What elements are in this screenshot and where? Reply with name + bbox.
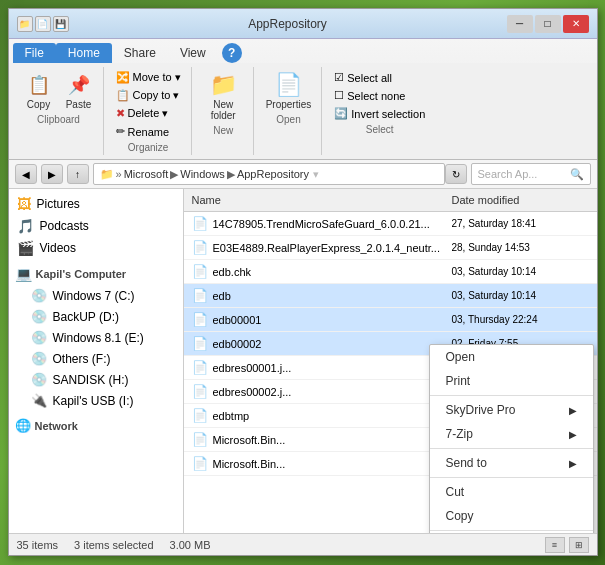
rename-icon: ✏ bbox=[116, 125, 125, 138]
paste-button[interactable]: 📌 Paste bbox=[61, 69, 97, 112]
sidebar-drive-e[interactable]: 💿 Windows 8.1 (E:) bbox=[9, 327, 183, 348]
sidebar-drive-c[interactable]: 💿 Windows 7 (C:) bbox=[9, 285, 183, 306]
ctx-cut[interactable]: Cut bbox=[430, 480, 593, 504]
path-dropdown-icon[interactable]: ▾ bbox=[313, 168, 319, 181]
select-all-icon: ☑ bbox=[334, 71, 344, 84]
view-tiles-button[interactable]: ⊞ bbox=[569, 537, 589, 553]
select-all-button[interactable]: ☑ Select all bbox=[330, 69, 429, 86]
ribbon-tabs: File Home Share View ? bbox=[9, 39, 597, 63]
file-row-selected[interactable]: 📄 edb 03, Saturday 10:14 bbox=[184, 284, 597, 308]
status-view-buttons: ≡ ⊞ bbox=[545, 537, 589, 553]
file-row[interactable]: 📄 edb.chk 03, Saturday 10:14 bbox=[184, 260, 597, 284]
select-buttons: ☑ Select all ☐ Select none 🔄 Invert sele… bbox=[330, 69, 429, 122]
properties-icon: 📄 bbox=[274, 71, 302, 99]
ctx-skydrive[interactable]: SkyDrive Pro ▶ bbox=[430, 398, 593, 422]
ribbon-group-clipboard: 📋 Copy 📌 Paste Clipboard bbox=[15, 67, 104, 155]
search-box[interactable]: Search Ap... 🔍 bbox=[471, 163, 591, 185]
sidebar-item-podcasts[interactable]: 🎵 Podcasts bbox=[9, 215, 183, 237]
sidebar-item-pictures[interactable]: 🖼 Pictures bbox=[9, 193, 183, 215]
back-button[interactable]: ◀ bbox=[15, 164, 37, 184]
drive-d-label: BackUP (D:) bbox=[53, 310, 119, 324]
ctx-sep4 bbox=[430, 530, 593, 531]
file-name-cell: 📄 edb bbox=[184, 286, 444, 305]
move-to-label: Move to ▾ bbox=[133, 71, 181, 84]
sidebar-drive-f[interactable]: 💿 Others (F:) bbox=[9, 348, 183, 369]
tab-home[interactable]: Home bbox=[56, 43, 112, 63]
tab-view[interactable]: View bbox=[168, 43, 218, 63]
file-name-cell: 📄 Microsoft.Bin... bbox=[184, 430, 444, 449]
ctx-send-to[interactable]: Send to ▶ bbox=[430, 451, 593, 475]
window-icon-doc: 📄 bbox=[35, 16, 51, 32]
ribbon: File Home Share View ? 📋 Copy 📌 Paste bbox=[9, 39, 597, 160]
copy-button[interactable]: 📋 Copy bbox=[21, 69, 57, 112]
delete-button[interactable]: ✖ Delete ▾ bbox=[112, 105, 173, 122]
new-group-label: New bbox=[213, 125, 233, 136]
explorer-window: 📁 📄 💾 AppRepository ─ □ ✕ File Home Shar… bbox=[8, 8, 598, 556]
computer-icon: 💻 bbox=[15, 266, 32, 282]
open-group-label: Open bbox=[276, 114, 300, 125]
main-area: 🖼 Pictures 🎵 Podcasts 🎬 Videos 💻 Kapil's… bbox=[9, 189, 597, 533]
address-path[interactable]: 📁 » Microsoft ▶ Windows ▶ AppRepository … bbox=[93, 163, 445, 185]
refresh-button[interactable]: ↻ bbox=[445, 164, 467, 184]
window-icon-save: 💾 bbox=[53, 16, 69, 32]
up-button[interactable]: ↑ bbox=[67, 164, 89, 184]
file-icon: 📄 bbox=[192, 216, 208, 231]
drive-i-icon: 🔌 bbox=[31, 393, 47, 408]
delete-icon: ✖ bbox=[116, 107, 125, 120]
maximize-button[interactable]: □ bbox=[535, 15, 561, 33]
invert-selection-button[interactable]: 🔄 Invert selection bbox=[330, 105, 429, 122]
select-none-button[interactable]: ☐ Select none bbox=[330, 87, 429, 104]
new-folder-icon: 📁 bbox=[209, 71, 237, 99]
tab-share[interactable]: Share bbox=[112, 43, 168, 63]
properties-button[interactable]: 📄 Properties bbox=[262, 69, 316, 112]
file-name: E03E4889.RealPlayerExpress_2.0.1.4_neutr… bbox=[213, 242, 440, 254]
view-details-button[interactable]: ≡ bbox=[545, 537, 565, 553]
minimize-button[interactable]: ─ bbox=[507, 15, 533, 33]
col-header-name[interactable]: Name bbox=[184, 192, 444, 208]
sidebar-computer-header[interactable]: 💻 Kapil's Computer bbox=[9, 263, 183, 285]
drive-e-icon: 💿 bbox=[31, 330, 47, 345]
copy-to-button[interactable]: 📋 Copy to ▾ bbox=[112, 87, 184, 104]
ctx-copy[interactable]: Copy bbox=[430, 504, 593, 528]
drive-f-label: Others (F:) bbox=[53, 352, 111, 366]
tab-file[interactable]: File bbox=[13, 43, 56, 63]
forward-button[interactable]: ▶ bbox=[41, 164, 63, 184]
status-bar: 35 items 3 items selected 3.00 MB ≡ ⊞ bbox=[9, 533, 597, 555]
path-windows: Windows bbox=[180, 168, 225, 180]
close-button[interactable]: ✕ bbox=[563, 15, 589, 33]
copy-label: Copy bbox=[27, 99, 50, 110]
search-text: Search Ap... bbox=[478, 168, 538, 180]
file-icon: 📄 bbox=[192, 432, 208, 447]
file-row[interactable]: 📄 E03E4889.RealPlayerExpress_2.0.1.4_neu… bbox=[184, 236, 597, 260]
drive-d-icon: 💿 bbox=[31, 309, 47, 324]
file-name-cell: 📄 edb.chk bbox=[184, 262, 444, 281]
pictures-icon: 🖼 bbox=[17, 196, 31, 212]
file-date-cell: 27, Saturday 18:41 bbox=[444, 216, 597, 231]
file-row[interactable]: 📄 14C78905.TrendMicroSafeGuard_6.0.0.21.… bbox=[184, 212, 597, 236]
sidebar-drive-d[interactable]: 💿 BackUP (D:) bbox=[9, 306, 183, 327]
col-header-date[interactable]: Date modified bbox=[444, 192, 597, 208]
status-total-items: 35 items bbox=[17, 539, 59, 551]
sidebar-item-videos[interactable]: 🎬 Videos bbox=[9, 237, 183, 259]
rename-button[interactable]: ✏ Rename bbox=[112, 123, 174, 140]
file-icon: 📄 bbox=[192, 408, 208, 423]
ctx-7zip[interactable]: 7-Zip ▶ bbox=[430, 422, 593, 446]
sidebar-network-header[interactable]: 🌐 Network bbox=[9, 415, 183, 436]
file-row-selected[interactable]: 📄 edb00001 03, Thursday 22:24 bbox=[184, 308, 597, 332]
sidebar-drive-h[interactable]: 💿 SANDISK (H:) bbox=[9, 369, 183, 390]
file-name: edb00001 bbox=[213, 314, 262, 326]
file-name-cell: 📄 edbres00002.j... bbox=[184, 382, 444, 401]
file-name: edb00002 bbox=[213, 338, 262, 350]
ctx-open[interactable]: Open bbox=[430, 345, 593, 369]
help-icon[interactable]: ? bbox=[222, 43, 242, 63]
drive-i-label: Kapil's USB (I:) bbox=[53, 394, 134, 408]
move-to-button[interactable]: 🔀 Move to ▾ bbox=[112, 69, 185, 86]
move-to-icon: 🔀 bbox=[116, 71, 130, 84]
drive-h-icon: 💿 bbox=[31, 372, 47, 387]
file-name: Microsoft.Bin... bbox=[213, 458, 286, 470]
sidebar-drive-i[interactable]: 🔌 Kapil's USB (I:) bbox=[9, 390, 183, 411]
ctx-cut-label: Cut bbox=[446, 485, 465, 499]
context-menu: Open Print SkyDrive Pro ▶ 7-Zip ▶ Send t… bbox=[429, 344, 594, 533]
ctx-print[interactable]: Print bbox=[430, 369, 593, 393]
new-folder-button[interactable]: 📁 Newfolder bbox=[205, 69, 241, 123]
